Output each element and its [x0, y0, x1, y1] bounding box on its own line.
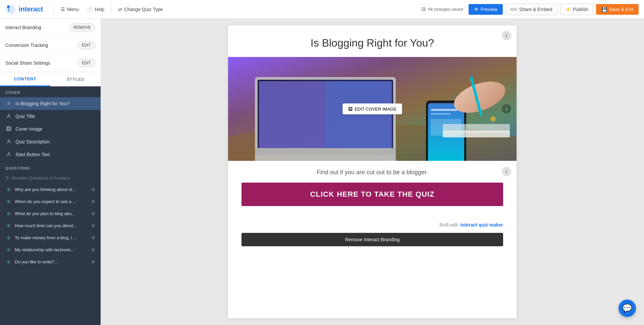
preview-button[interactable]: 👁 Preview [469, 4, 503, 15]
sidebar-tabs: CONTENT STYLES [0, 72, 101, 86]
edit-cover-image-button[interactable]: 🖼 EDIT COVER IMAGE [342, 103, 402, 114]
publish-button[interactable]: ⚡ Publish [560, 4, 593, 15]
branding-logo: interact quiz maker [460, 222, 503, 227]
conversion-tracking-edit-button[interactable]: EDIT [77, 41, 95, 49]
question-item-2[interactable]: ⊕ What do you plan to blog abo... ⚙ [0, 207, 101, 219]
remove-branding-button[interactable]: Remove Interact Branding [241, 233, 503, 246]
question-add-icon-4: ⊕ [5, 235, 12, 240]
question-item-3[interactable]: ⊕ How much time can you devot... ⚙ [0, 219, 101, 232]
interact-logo-icon: i [5, 4, 16, 15]
question-item-1[interactable]: ⊕ When do you expect to see a ... ⚙ [0, 195, 101, 207]
interact-branding-remove-button[interactable]: REMOVE [69, 23, 95, 31]
quiz-card: Is Blogging Right for You? i [228, 25, 517, 318]
question-add-icon-2: ⊕ [5, 211, 12, 216]
cover-image-info-button[interactable]: i [502, 104, 511, 114]
question-gear-6[interactable]: ⚙ [91, 259, 95, 264]
quiz-description-area: Find out if you are cut out to be a blog… [228, 161, 517, 183]
question-gear-5[interactable]: ⚙ [91, 247, 95, 252]
logo-area: i interact [5, 4, 43, 15]
main-layout: Interact Branding REMOVE Conversion Trac… [0, 19, 644, 325]
save-icon: 💾 [601, 7, 607, 12]
question-gear-0[interactable]: ⚙ [91, 187, 95, 192]
question-add-icon-1: ⊕ [5, 199, 12, 204]
nav-divider-1 [54, 4, 54, 15]
save-exit-label: Save & Exit [609, 7, 633, 12]
question-text-0: Why are you thinking about st... [15, 187, 89, 192]
main-content-area: Is Blogging Right for You? i [101, 19, 644, 325]
question-text-6: Do you like to write?... [15, 259, 89, 264]
menu-button[interactable]: ☰ Menu [57, 5, 83, 14]
question-add-icon-6: ⊕ [5, 259, 12, 264]
edit-cover-image-icon: 🖼 [348, 106, 353, 111]
sidebar-item-cover-image[interactable]: 🖼 Cover Image [0, 123, 101, 135]
text-icon: A [5, 113, 12, 119]
share-icon: </> [511, 7, 517, 12]
help-label: Help [95, 7, 104, 12]
question-item-5[interactable]: ⊕ My relationship with technolo... ⚙ [0, 244, 101, 256]
publish-icon: ⚡ [565, 7, 571, 12]
questions-section: QUESTIONS ⇅ Reorder Questions & Answers … [0, 162, 101, 268]
tab-styles[interactable]: STYLES [50, 72, 101, 86]
social-share-label: Social Share Settings [5, 60, 50, 66]
logo-text: interact [19, 5, 43, 13]
sidebar-item-quiz-title[interactable]: A Quiz Title [0, 110, 101, 123]
preview-label: Preview [481, 7, 497, 12]
question-item-4[interactable]: ⊕ To make money from a blog, I ... ⚙ [0, 232, 101, 244]
cover-image-area: 🖼 EDIT COVER IMAGE i [228, 57, 517, 161]
saved-status-text: All changes saved [428, 7, 463, 12]
quiz-title: Is Blogging Right for You? [248, 36, 496, 50]
quiz-cta-button[interactable]: CLICK HERE TO TAKE THE QUIZ [241, 183, 503, 206]
tab-content[interactable]: CONTENT [0, 72, 50, 86]
question-gear-1[interactable]: ⚙ [91, 199, 95, 204]
sidebar-item-cover-title[interactable]: ≡ Is Blogging Right for You? [0, 97, 101, 110]
share-embed-button[interactable]: </> Share & Embed [505, 4, 557, 15]
nav-divider-2 [111, 4, 111, 15]
conversion-tracking-label: Conversion Tracking [5, 43, 48, 48]
edit-cover-image-label: EDIT COVER IMAGE [355, 106, 396, 111]
share-embed-label: Share & Embed [519, 7, 552, 12]
question-add-icon-5: ⊕ [5, 247, 12, 252]
sidebar-settings: Interact Branding REMOVE Conversion Trac… [0, 19, 101, 72]
built-with-text: Built with [439, 222, 458, 227]
cover-title-text: Is Blogging Right for You? [15, 101, 95, 106]
reorder-row[interactable]: ⇅ Reorder Questions & Answers [0, 173, 101, 183]
question-text-3: How much time can you devot... [15, 223, 89, 228]
question-text-1: When do you expect to see a ... [15, 199, 89, 204]
question-gear-3[interactable]: ⚙ [91, 223, 95, 228]
description-info-button[interactable]: i [502, 167, 511, 176]
text-icon-3: A [5, 151, 12, 157]
chat-widget[interactable]: 💬 [619, 300, 636, 317]
question-gear-2[interactable]: ⚙ [91, 211, 95, 216]
chat-icon: 💬 [622, 304, 632, 313]
cover-section-header: COVER [0, 86, 101, 97]
question-gear-4[interactable]: ⚙ [91, 235, 95, 240]
interact-branding-row: Interact Branding REMOVE [0, 19, 101, 37]
sidebar-item-start-button[interactable]: A Start Button Text [0, 148, 101, 161]
quiz-title-info-button[interactable]: i [502, 31, 511, 40]
question-add-icon-3: ⊕ [5, 223, 12, 228]
top-navigation: i interact ☰ Menu 📄 Help ⇄ Change Quiz T… [0, 0, 644, 19]
cover-image-text: Cover Image [15, 126, 95, 132]
reorder-icon: ⇅ [5, 176, 9, 181]
change-quiz-icon: ⇄ [118, 7, 122, 12]
question-text-5: My relationship with technolo... [15, 247, 89, 252]
publish-label: Publish [573, 7, 588, 12]
start-button-text: Start Button Text [15, 152, 95, 157]
svg-point-2 [7, 5, 10, 8]
sidebar-item-quiz-description[interactable]: A Quiz Description [0, 135, 101, 148]
svg-rect-13 [431, 113, 451, 115]
conversion-tracking-row: Conversion Tracking EDIT [0, 37, 101, 54]
save-exit-button[interactable]: 💾 Save & Exit [596, 4, 639, 15]
question-item-0[interactable]: ⊕ Why are you thinking about st... ⚙ [0, 183, 101, 195]
help-button[interactable]: 📄 Help [83, 5, 108, 14]
questions-section-header: QUESTIONS [0, 162, 101, 173]
social-share-edit-button[interactable]: EDIT [77, 59, 95, 67]
sidebar-content: COVER ≡ Is Blogging Right for You? A Qui… [0, 86, 101, 325]
question-add-icon-0: ⊕ [5, 187, 12, 192]
branding-area: Built with interact quiz maker [228, 217, 517, 233]
change-quiz-label: Change Quiz Type [124, 7, 163, 12]
question-item-6[interactable]: ⊕ Do you like to write?... ⚙ [0, 256, 101, 268]
svg-rect-9 [255, 148, 396, 155]
change-quiz-type-button[interactable]: ⇄ Change Quiz Type [114, 5, 167, 14]
list-icon: ≡ [5, 101, 12, 107]
